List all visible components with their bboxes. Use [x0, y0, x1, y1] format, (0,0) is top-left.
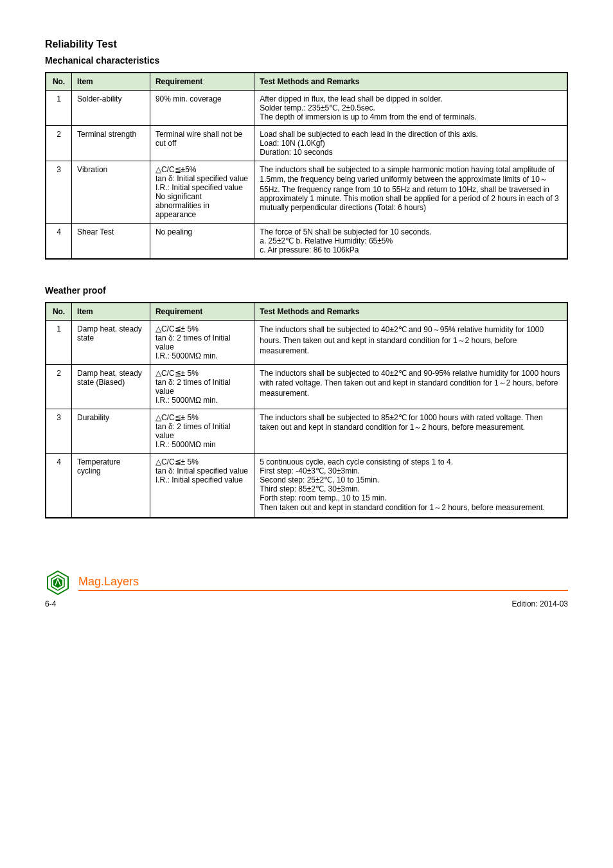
cell-method: After dipped in flux, the lead shall be …	[254, 91, 567, 126]
cell-req: △C/C≦±5% tan δ: Initial specified value …	[150, 161, 254, 224]
cell-req: No pealing	[150, 224, 254, 260]
table-mechanical: No. Item Requirement Test Methods and Re…	[45, 72, 568, 260]
section-title: Reliability Test	[45, 39, 568, 50]
cell-no: 2	[46, 126, 72, 161]
cell-no: 3	[46, 161, 72, 224]
table-row: 4Shear TestNo pealingThe force of 5N sha…	[46, 224, 567, 260]
cell-item: Damp heat, steady state	[72, 321, 150, 365]
col-method: Test Methods and Remarks	[254, 73, 567, 91]
table-row: 3Vibration△C/C≦±5% tan δ: Initial specif…	[46, 161, 567, 224]
cell-req: △C/C≦± 5% tan δ: 2 times of Initial valu…	[150, 321, 254, 365]
cell-item: Temperature cycling	[72, 454, 150, 518]
col-method: Test Methods and Remarks	[254, 303, 567, 321]
cell-no: 3	[46, 409, 72, 454]
footer-divider	[78, 590, 568, 591]
cell-method: Load shall be subjected to each lead in …	[254, 126, 567, 161]
cell-method: The inductors shall be subjected to 40±2…	[254, 365, 567, 409]
col-no: No.	[46, 73, 72, 91]
cell-item: Solder-ability	[72, 91, 150, 126]
table-weatherproof: No. Item Requirement Test Methods and Re…	[45, 302, 568, 518]
cell-no: 2	[46, 365, 72, 409]
subsection-mechanical: Mechanical characteristics	[45, 55, 568, 66]
cell-no: 4	[46, 454, 72, 518]
cell-item: Shear Test	[72, 224, 150, 260]
table-row: 2Terminal strengthTerminal wire shall no…	[46, 126, 567, 161]
col-req: Requirement	[150, 303, 254, 321]
company-name: Mag.Layers	[78, 575, 568, 589]
table-row: 3Durability△C/C≦± 5% tan δ: 2 times of I…	[46, 409, 567, 454]
table-row: 1Damp heat, steady state△C/C≦± 5% tan δ:…	[46, 321, 567, 365]
subsection-weatherproof: Weather proof	[45, 285, 568, 296]
table-row: 2Damp heat, steady state (Biased)△C/C≦± …	[46, 365, 567, 409]
col-item: Item	[72, 73, 150, 91]
cell-no: 4	[46, 224, 72, 260]
cell-method: The inductors shall be subjected to 85±2…	[254, 409, 567, 454]
cell-item: Vibration	[72, 161, 150, 224]
table-header-row: No. Item Requirement Test Methods and Re…	[46, 73, 567, 91]
page-number: 6-4	[45, 599, 56, 608]
cell-method: The inductors shall be subjected to a si…	[254, 161, 567, 224]
table-row: 4Temperature cycling△C/C≦± 5% tan δ: Ini…	[46, 454, 567, 518]
cell-req: 90% min. coverage	[150, 91, 254, 126]
col-req: Requirement	[150, 73, 254, 91]
cell-method: 5 continuous cycle, each cycle consistin…	[254, 454, 567, 518]
table-row: 1Solder-ability90% min. coverageAfter di…	[46, 91, 567, 126]
company-logo-icon	[45, 570, 71, 596]
cell-no: 1	[46, 321, 72, 365]
table-header-row: No. Item Requirement Test Methods and Re…	[46, 303, 567, 321]
cell-item: Durability	[72, 409, 150, 454]
cell-method: The inductors shall be subjected to 40±2…	[254, 321, 567, 365]
cell-item: Damp heat, steady state (Biased)	[72, 365, 150, 409]
cell-no: 1	[46, 91, 72, 126]
page-footer: Mag.Layers 6-4 Edition: 2014-03	[45, 570, 568, 608]
cell-req: △C/C≦± 5% tan δ: Initial specified value…	[150, 454, 254, 518]
cell-item: Terminal strength	[72, 126, 150, 161]
cell-req: Terminal wire shall not be cut off	[150, 126, 254, 161]
col-item: Item	[72, 303, 150, 321]
cell-req: △C/C≦± 5% tan δ: 2 times of Initial valu…	[150, 409, 254, 454]
edition-label: Edition: 2014-03	[512, 599, 568, 608]
cell-req: △C/C≦± 5% tan δ: 2 times of Initial valu…	[150, 365, 254, 409]
col-no: No.	[46, 303, 72, 321]
cell-method: The force of 5N shall be subjected for 1…	[254, 224, 567, 260]
